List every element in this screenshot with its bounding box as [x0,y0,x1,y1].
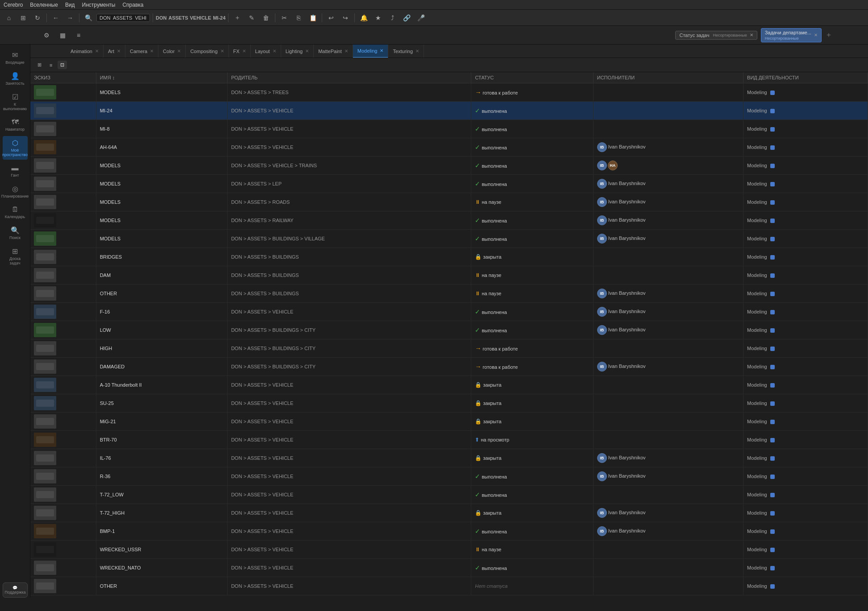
add-filter-button[interactable]: ＋ [825,30,832,40]
tab-mattepaint-close[interactable]: ✕ [345,49,348,54]
sidebar-item-space[interactable]: ⬡ Моё пространство [3,136,28,160]
table-button[interactable]: ⊡ [58,61,67,69]
tab-lighting[interactable]: Lighting ✕ [281,45,314,58]
table-row[interactable]: OTHER DON > ASSETS > BUILDINGS ⏸ на пауз… [30,285,868,303]
list-button[interactable]: ≡ [47,61,55,69]
don-label[interactable]: DON [156,15,166,21]
table-row[interactable]: WRECKED_NATO DON > ASSETS > VEHICLE ✓ вы… [30,559,868,577]
paste-button[interactable]: 📋 [307,12,319,24]
menu-view[interactable]: Вид [65,2,75,8]
tab-lighting-close[interactable]: ✕ [305,49,309,54]
table-row[interactable]: AH-64A DON > ASSETS > VEHICLE ✓ выполнен… [30,138,868,157]
table-row[interactable]: BRIDGES DON > ASSETS > BUILDINGS 🔒 закры… [30,248,868,266]
sidebar-item-cal[interactable]: 🗓 Календарь [3,203,28,222]
table-row[interactable]: HIGH DON > ASSETS > BUILDINGS > CITY → г… [30,339,868,358]
vehicle-label[interactable]: VEHICLE [190,15,211,21]
star-button[interactable]: ★ [372,12,384,24]
menu-cerebro[interactable]: Cerebro [4,2,23,8]
filter-view-button[interactable]: ▦ [56,29,69,41]
filter-chip-dept[interactable]: Задачи департаме... Несортированные ✕ [761,28,822,42]
path-search[interactable] [96,14,150,22]
filter-dept-close[interactable]: ✕ [814,33,818,37]
tab-fx[interactable]: FX ✕ [229,45,251,58]
col-status[interactable]: СТАТУС [471,72,593,83]
tab-modeling-close[interactable]: ✕ [380,48,383,53]
sidebar-item-busy[interactable]: 👤 Занятость [3,69,28,88]
search-icon-button[interactable]: 🔍 [82,12,95,24]
tab-animation[interactable]: Animation ✕ [66,45,104,58]
col-activity[interactable]: ВИД ДЕЯТЕЛЬНОСТИ [743,72,868,83]
table-row[interactable]: DAMAGED DON > ASSETS > BUILDINGS > CITY … [30,358,868,376]
sidebar-item-gantt[interactable]: ▬ Гант [3,161,28,180]
copy-button[interactable]: ⎘ [292,12,305,24]
tab-texturing-close[interactable]: ✕ [415,49,419,54]
filter-chip-status[interactable]: Статус задач Несортированные ✕ [675,31,757,40]
edit-button[interactable]: ✎ [245,12,258,24]
table-row[interactable]: F-16 DON > ASSETS > VEHICLE ✓ выполнена … [30,303,868,321]
table-row[interactable]: LOW DON > ASSETS > BUILDINGS > CITY ✓ вы… [30,321,868,339]
undo-button[interactable]: ↩ [325,12,337,24]
support-button[interactable]: 💬 Поддержка [3,582,28,598]
mi24-label[interactable]: MI-24 [213,15,225,21]
tab-camera[interactable]: Camera ✕ [125,45,158,58]
table-row[interactable]: DAM DON > ASSETS > BUILDINGS ⏸ на паузе … [30,266,868,285]
assets-label[interactable]: ASSETS [168,15,188,21]
tab-art-close[interactable]: ✕ [117,49,120,54]
table-row[interactable]: MODELS DON > ASSETS > LEP ✓ выполнена IB… [30,175,868,193]
cut-button[interactable]: ✂ [278,12,291,24]
tab-layout[interactable]: Layout ✕ [251,45,281,58]
table-row[interactable]: MODELS DON > ASSETS > BUILDINGS > VILLAG… [30,230,868,248]
table-row[interactable]: R-36 DON > ASSETS > VEHICLE ✓ выполнена … [30,467,868,486]
tab-layout-close[interactable]: ✕ [273,49,276,54]
expand-button[interactable]: ⊞ [35,61,44,69]
mic-button[interactable]: 🎤 [415,12,427,24]
table-row[interactable]: T-72_LOW DON > ASSETS > VEHICLE ✓ выполн… [30,486,868,504]
table-row[interactable]: SU-25 DON > ASSETS > VEHICLE 🔒 закрыта M… [30,394,868,413]
tab-fx-close[interactable]: ✕ [242,49,246,54]
table-row[interactable]: BMP-1 DON > ASSETS > VEHICLE ✓ выполнена… [30,522,868,541]
refresh-button[interactable]: ↻ [31,12,44,24]
table-row[interactable]: MI-8 DON > ASSETS > VEHICLE ✓ выполнена … [30,120,868,138]
table-row[interactable]: T-72_HIGH DON > ASSETS > VEHICLE 🔒 закры… [30,504,868,522]
add-button[interactable]: ＋ [231,12,244,24]
menu-help[interactable]: Справка [122,2,143,8]
table-row[interactable]: OTHER DON > ASSETS > VEHICLE Нет статуса… [30,577,868,595]
sidebar-item-nav[interactable]: 🗺 Навигатор [3,116,28,134]
grid-button[interactable]: ⊞ [17,12,29,24]
table-row[interactable]: IL-76 DON > ASSETS > VEHICLE 🔒 закрыта I… [30,449,868,467]
table-row[interactable]: MODELS DON > ASSETS > RAILWAY ✓ выполнен… [30,211,868,230]
table-row[interactable]: MODELS DON > ASSETS > TREES → готова к р… [30,83,868,102]
home-button[interactable]: ⌂ [3,12,15,24]
table-row[interactable]: WRECKED_USSR DON > ASSETS > VEHICLE ⏸ на… [30,541,868,559]
col-assignees[interactable]: ИСПОЛНИТЕЛИ [593,72,743,83]
menu-tools[interactable]: Инструменты [82,2,116,8]
filter-list-button[interactable]: ≡ [72,29,85,41]
table-row[interactable]: BTR-70 DON > ASSETS > VEHICLE ⬆ на просм… [30,431,868,449]
settings-button[interactable]: ⚙ [40,29,53,41]
col-parent[interactable]: РОДИТЕЛЬ [227,72,471,83]
back-button[interactable]: ← [50,12,62,24]
filter-status-close[interactable]: ✕ [750,33,753,37]
redo-button[interactable]: ↪ [339,12,352,24]
tab-compositing[interactable]: Compositing ✕ [186,45,228,58]
sidebar-item-board[interactable]: ⊞ Доска задач [3,244,28,268]
tab-mattepaint[interactable]: MattePaint ✕ [314,45,353,58]
forward-button[interactable]: → [64,12,76,24]
link-button[interactable]: 🔗 [400,12,413,24]
tab-compositing-close[interactable]: ✕ [220,49,224,54]
delete-button[interactable]: 🗑 [260,12,272,24]
tab-color[interactable]: Color ✕ [158,45,186,58]
col-name[interactable]: ИМЯ ↕ [96,72,227,83]
tab-texturing[interactable]: Texturing ✕ [388,45,424,58]
table-row[interactable]: MODELS DON > ASSETS > VEHICLE > TRAINS ✓… [30,157,868,175]
table-row[interactable]: A-10 Thunderbolt II DON > ASSETS > VEHIC… [30,376,868,394]
tab-art[interactable]: Art ✕ [104,45,125,58]
sidebar-item-plan[interactable]: ◎ Планирование [3,182,28,201]
share-button[interactable]: ⤴ [386,12,399,24]
tasks-table-container[interactable]: ЭСКИЗ ИМЯ ↕ РОДИТЕЛЬ СТАТУС ИСПОЛНИТЕЛИ … [30,72,868,598]
tab-modeling[interactable]: Modeling ✕ [353,45,389,58]
tab-animation-close[interactable]: ✕ [95,49,99,54]
tab-color-close[interactable]: ✕ [177,49,181,54]
sidebar-item-search[interactable]: 🔍 Поиск [3,223,28,243]
table-row[interactable]: MI-24 DON > ASSETS > VEHICLE ✓ выполнена… [30,102,868,120]
